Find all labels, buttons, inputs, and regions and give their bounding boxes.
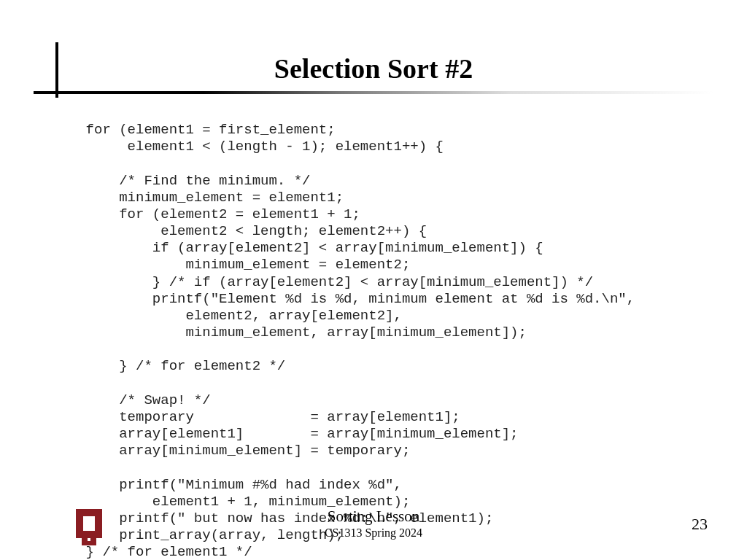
footer: Sorting Lesson CS1313 Spring 2024 (0, 508, 747, 540)
slide: Selection Sort #2 for (element1 = first_… (0, 0, 747, 560)
decor-horizontal-line (34, 91, 713, 94)
slide-title: Selection Sort #2 (0, 52, 747, 85)
code-block: for (element1 = first_element; element1 … (53, 122, 635, 560)
footer-lesson: Sorting Lesson (0, 508, 747, 526)
footer-course: CS1313 Spring 2024 (0, 526, 747, 540)
page-number: 23 (692, 515, 708, 534)
svg-rect-6 (82, 541, 96, 545)
